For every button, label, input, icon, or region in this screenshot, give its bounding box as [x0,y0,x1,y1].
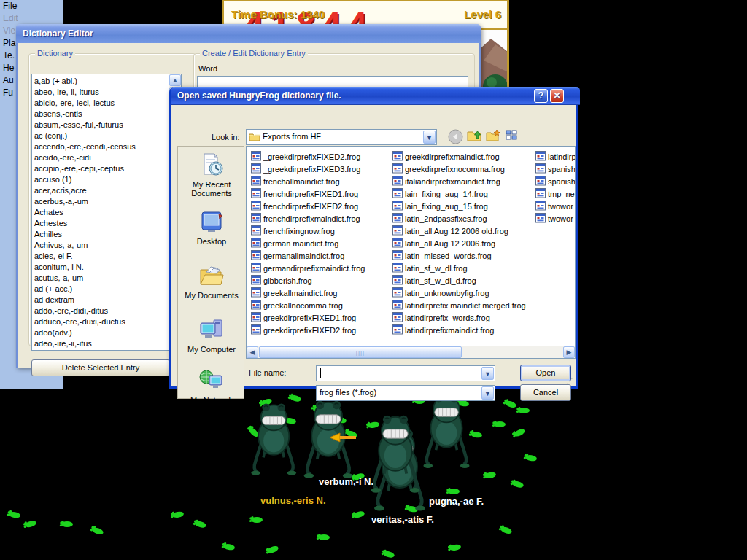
file-item[interactable]: greekdirprefixnocomma.frog [392,163,526,176]
dictionary-entry[interactable]: acerbus,-a,-um [34,196,168,207]
scroll-right-icon[interactable]: ▶ [563,346,575,358]
place-my-recent-documents[interactable]: My Recent Documents [178,152,245,198]
close-button[interactable]: ✕ [550,89,564,103]
file-item[interactable]: latin_sf_w_dl_d.frog [392,275,526,287]
file-name-input[interactable]: ▼ [316,365,495,381]
file-item[interactable]: frenchdirprefixmaindict.frog [251,213,365,225]
file-item[interactable]: latindirp [535,151,576,163]
file-item[interactable]: latin_2ndpassfixes.frog [392,213,526,225]
file-item[interactable]: german maindict.frog [251,238,365,250]
file-item[interactable]: latin_sf_w_dl.frog [392,262,526,275]
file-item[interactable]: lain_fixing_aug_14.frog [392,188,526,201]
file-item[interactable]: greekallmaindict.frog [251,287,365,300]
file-item[interactable]: greekdirprefixFIXED1.frog [251,312,365,324]
open-button[interactable]: Open [520,365,571,381]
dictionary-entry[interactable]: absum,-esse,-fui,-futurus [34,120,168,131]
dictionary-entry[interactable]: accipio,-ere,-cepi,-ceptus [34,163,168,174]
back-icon[interactable] [447,129,463,145]
dictionary-entry[interactable]: abeo,-ire,-ii,-iturus [34,87,168,98]
file-item[interactable]: twowor [535,201,576,213]
dictionary-entry[interactable]: Achivus,-a,-um [34,240,168,251]
dictionary-entry[interactable]: acer,acris,acre [34,185,168,196]
file-item[interactable]: latin_missed_words.frog [392,250,526,262]
cancel-button[interactable]: Cancel [520,384,571,401]
dictionary-entry[interactable]: accuso (1) [34,174,168,185]
up-one-level-icon[interactable] [466,129,482,145]
chevron-down-icon[interactable]: ▼ [423,131,436,144]
file-list[interactable]: _greekdirprefixFIXED2.frog_greekdirprefi… [246,146,576,359]
file-item[interactable]: greekallnocomma.frog [251,300,365,312]
dictionary-entry[interactable]: Achestes [34,218,168,229]
file-item[interactable]: germandirprefixmaindict.frog [251,262,365,275]
scroll-left-icon[interactable]: ◀ [247,346,258,358]
file-item[interactable]: italiandirprefixmaindict.frog [392,176,526,188]
dictionary-entry[interactable]: Achates [34,207,168,218]
file-item[interactable]: latin_unknownbyfig.frog [392,287,526,300]
delete-selected-entry-button[interactable]: Delete Selected Entry [31,359,170,376]
file-item[interactable]: frenchdirprefixFIXED1.frog [251,188,365,201]
dictionary-editor-titlebar[interactable]: Dictionary Editor [16,24,481,43]
help-button[interactable]: ? [534,89,548,103]
dictionary-entry[interactable]: a,ab (+ abl.) [34,76,168,87]
file-item[interactable]: latindirprefixmaindict.frog [392,324,526,337]
view-menu-icon[interactable]: ▼ [504,129,520,145]
dictionary-entry[interactable]: ac (conj.) [34,131,168,141]
dictionary-entry[interactable]: adeo,-ire,-ii,-itus [34,338,168,349]
file-item[interactable]: latindirprefix_words.frog [392,312,526,324]
dictionary-entry[interactable]: ad dextram [34,295,168,306]
file-list-hscrollbar[interactable]: ◀ |||| ▶ [247,346,575,358]
file-item[interactable]: twowor [535,213,576,225]
folder-icon [249,132,260,144]
dictionary-entry[interactable]: abicio,-ere,-ieci,-iectus [34,98,168,109]
word-label: Word [198,64,217,73]
file-item[interactable]: frenchdirprefixFIXED2.frog [251,201,365,213]
file-item[interactable]: latindirprefix maindict merged.frog [392,300,526,312]
dictionary-entry[interactable]: adeo(adv.) [34,327,168,338]
file-item[interactable]: spanish [535,176,576,188]
scrollbar-thumb[interactable]: |||| [259,346,462,358]
frog-character[interactable] [368,413,423,497]
menu-item-edit[interactable]: Edit [0,12,63,25]
file-item[interactable]: _greekdirprefixFIXED2.frog [251,151,365,163]
frog-character[interactable] [420,392,473,472]
file-item[interactable]: greekdirprefixFIXED2.frog [251,324,365,337]
file-item[interactable]: gibberish.frog [251,275,365,287]
file-item[interactable]: lain_fixing_aug_15.frog [392,201,526,213]
file-item[interactable]: greekdirprefixmaindict.frog [392,151,526,163]
dictionary-entry[interactable]: Achilles [34,229,168,240]
file-item[interactable]: latin_all Aug 12 2006 old.frog [392,225,526,238]
dictionary-entry[interactable]: addo,-ere,-didi,-ditus [34,306,168,316]
dictionary-entry[interactable]: aconitum,-i N. [34,262,168,273]
create-new-folder-icon[interactable] [485,129,501,145]
dictionary-entry[interactable]: acies,-ei F. [34,251,168,262]
place-my-network[interactable]: My Network [178,368,245,405]
place-desktop[interactable]: Desktop [178,209,245,246]
chevron-down-icon[interactable]: ▼ [481,386,494,400]
chevron-down-icon[interactable]: ▼ [481,367,494,380]
file-item[interactable]: latin_all Aug 12 2006.frog [392,238,526,250]
create-edit-group-label: Create / Edit Dictionary Entry [200,49,308,58]
resize-grip[interactable]: ⋰ [566,377,574,385]
file-item[interactable]: spanish [535,163,576,176]
file-item[interactable]: frenchallmaindict.frog [251,176,365,188]
file-item[interactable]: germanallmaindict.frog [251,250,365,262]
dictionary-entry[interactable]: acutus,-a,-um [34,273,168,284]
dictionary-entry[interactable]: ad (+ acc.) [34,284,168,295]
scroll-up-icon[interactable]: ▲ [169,74,181,86]
frog-footprint [445,487,461,496]
file-item[interactable]: _greekdirprefixFIXED3.frog [251,163,365,176]
place-my-computer[interactable]: My Computer [178,317,245,354]
dictionary-entry[interactable]: absens,-entis [34,109,168,120]
dictionary-entry[interactable]: accido,-ere,-cidi [34,152,168,163]
dictionary-entry[interactable]: accendo,-ere,-cendi,-census [34,141,168,152]
menu-item-file[interactable]: File [0,0,63,12]
look-in-dropdown[interactable]: Exports from HF ▼ [246,129,437,145]
place-my-documents[interactable]: My Documents [178,263,245,300]
dictionary-entry[interactable]: adduco,-ere,-duxi,-ductus [34,316,168,327]
frog-character[interactable] [248,401,299,479]
open-dialog-titlebar[interactable]: Open saved HungryFrog dictionary file. ?… [171,87,580,105]
file-item[interactable]: frenchfixingnow.frog [251,225,365,238]
file-item[interactable]: tmp_ne [535,188,576,201]
files-of-type-dropdown[interactable]: frog files (*.frog) ▼ [316,385,495,401]
dictionary-entry-list[interactable]: a,ab (+ abl.)abeo,-ire,-ii,-iturusabicio… [31,74,182,351]
